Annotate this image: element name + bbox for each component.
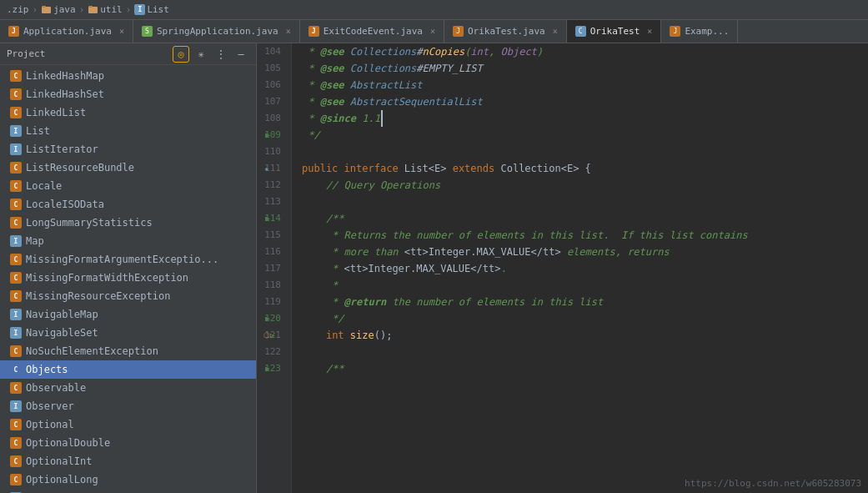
class-icon: C <box>10 455 22 467</box>
line-num-106: 106 <box>263 77 284 93</box>
sidebar-item-navigablemap[interactable]: I NavigableMap <box>0 305 256 324</box>
tab-exitcode[interactable]: J ExitCodeEvent.java × <box>300 20 444 43</box>
tab-label-orikatest: OrikaTest.java <box>468 26 545 37</box>
svg-rect-3 <box>88 6 93 8</box>
tab-spring-application[interactable]: S SpringApplication.java × <box>133 20 300 43</box>
sidebar-item-linkedlist[interactable]: C LinkedList <box>0 103 256 122</box>
code-line-111: public interface List<E> extends Collect… <box>295 160 865 177</box>
target-icon-btn[interactable]: ◎ <box>173 46 189 63</box>
item-label: Observable <box>26 382 86 394</box>
sidebar-item-linkedhashset[interactable]: C LinkedHashSet <box>0 85 256 103</box>
code-line-104: * @see Collections#nCopies(int, Object) <box>295 43 865 60</box>
class-icon: C <box>10 474 22 485</box>
tab-close-2[interactable]: × <box>286 27 291 36</box>
class-icon: C <box>10 382 22 394</box>
sidebar-item-listresourcebundle[interactable]: C ListResourceBundle <box>0 158 256 177</box>
tab-close-4[interactable]: × <box>553 27 558 36</box>
java-icon-tab4: J <box>453 26 464 37</box>
main-layout: Project ◎ ✳ ⋮ — C LinkedHashMap C Linked… <box>0 43 868 493</box>
class-icon: C <box>10 419 22 430</box>
line-num-121: ⬡ ▷121 <box>263 327 284 344</box>
sidebar-item-primitiveiterator[interactable]: I PrimitiveIterator <box>0 489 256 493</box>
sidebar-item-locale[interactable]: C Locale <box>0 177 256 195</box>
tab-bar: J Application.java × S SpringApplication… <box>0 20 868 43</box>
tab-label-orikatest-active: OrikaTest <box>590 26 640 37</box>
java-icon-tab1: J <box>8 26 19 37</box>
sidebar-item-list[interactable]: I List <box>0 122 256 140</box>
sidebar-item-optionalint[interactable]: C OptionalInt <box>0 452 256 470</box>
code-line-114: /** <box>295 210 865 227</box>
minimize-icon-btn[interactable]: — <box>233 46 249 63</box>
code-line-120: */ <box>295 310 865 327</box>
line-num-110: 110 <box>263 143 284 160</box>
code-view[interactable]: 104 105 106 107 108 ▶109 110 ★111 112 11… <box>257 43 868 493</box>
tab-close-5[interactable]: × <box>647 27 652 36</box>
sidebar-item-missingformatwidth[interactable]: C MissingFormatWidthException <box>0 269 256 287</box>
code-line-122 <box>295 344 865 360</box>
sidebar-item-nosuchelement[interactable]: C NoSuchElementException <box>0 342 256 360</box>
code-line-123: /** <box>295 360 865 377</box>
sidebar-item-optionaldouble[interactable]: C OptionalDouble <box>0 434 256 452</box>
code-line-118: * <box>295 277 865 294</box>
sidebar-title: Project <box>7 48 169 59</box>
sidebar-item-observable[interactable]: C Observable <box>0 379 256 397</box>
breadcrumb-folder-java[interactable]: java <box>41 4 76 15</box>
class-icon: C <box>10 162 22 174</box>
sidebar-item-optional[interactable]: C Optional <box>0 415 256 434</box>
line-num-104: 104 <box>263 43 284 60</box>
item-label: NoSuchElementException <box>26 345 158 357</box>
tab-label-example: Examp... <box>685 26 729 37</box>
tab-close-1[interactable]: × <box>119 27 124 36</box>
item-label: LinkedHashMap <box>26 70 104 82</box>
breadcrumb-folder-util[interactable]: util <box>88 4 123 15</box>
tab-example[interactable]: J Examp... <box>661 20 738 43</box>
item-label: NavigableSet <box>26 327 98 339</box>
tab-label-spring: SpringApplication.java <box>157 26 278 37</box>
settings-icon-btn[interactable]: ✳ <box>193 46 209 63</box>
breadcrumb-bar: .zip › java › util › I List <box>0 0 868 20</box>
class-icon: C <box>10 254 22 265</box>
breadcrumb-zip[interactable]: .zip <box>7 4 29 15</box>
sidebar-item-map[interactable]: I Map <box>0 232 256 250</box>
sidebar-item-missingformatarg[interactable]: C MissingFormatArgumentExceptio... <box>0 250 256 269</box>
tab-orikatest-active[interactable]: C OrikaTest × <box>567 20 662 43</box>
line-num-118: 118 <box>263 277 284 294</box>
interface-icon-breadcrumb: I <box>134 4 145 15</box>
sidebar-item-listiterator[interactable]: I ListIterator <box>0 140 256 158</box>
editor-area: 104 105 106 107 108 ▶109 110 ★111 112 11… <box>257 43 868 493</box>
sidebar-item-optionallong[interactable]: C OptionalLong <box>0 470 256 489</box>
sidebar-item-missingresource[interactable]: C MissingResourceException <box>0 287 256 305</box>
tab-orikatest[interactable]: J OrikaTest.java × <box>444 20 567 43</box>
item-label: MissingFormatArgumentExceptio... <box>26 254 218 265</box>
class-icon: C <box>10 364 22 375</box>
code-line-106: * @see AbstractList <box>295 77 865 93</box>
item-label: OptionalInt <box>26 455 92 467</box>
sidebar-item-longsummary[interactable]: C LongSummaryStatistics <box>0 214 256 232</box>
breadcrumb-list[interactable]: I List <box>134 4 169 15</box>
line-num-120: ▶120 <box>263 310 284 327</box>
options-icon-btn[interactable]: ⋮ <box>213 46 229 63</box>
sidebar-item-navigableset[interactable]: I NavigableSet <box>0 324 256 342</box>
breadcrumb-sep-2: › <box>79 4 85 15</box>
code-line-116: * more than <tt>Integer.MAX_VALUE</tt> e… <box>295 244 865 260</box>
code-lines[interactable]: * @see Collections#nCopies(int, Object) … <box>292 43 868 493</box>
tab-label-exitcode: ExitCodeEvent.java <box>324 26 423 37</box>
breadcrumb-sep-3: › <box>126 4 132 15</box>
item-label: ListResourceBundle <box>26 162 134 174</box>
code-line-112: // Query Operations <box>295 177 865 194</box>
line-num-117: 117 <box>263 260 284 277</box>
sidebar-item-linkedhashmap[interactable]: C LinkedHashMap <box>0 67 256 85</box>
sidebar-item-localisodata[interactable]: C LocaleISOData <box>0 195 256 214</box>
svg-rect-0 <box>42 7 51 13</box>
breadcrumb-sep-1: › <box>33 4 38 15</box>
code-line-109: */ <box>295 127 865 143</box>
item-label: MissingFormatWidthException <box>26 272 188 284</box>
sidebar-item-observer[interactable]: I Observer <box>0 397 256 415</box>
sidebar-item-objects[interactable]: C Objects <box>0 360 256 379</box>
tab-application-java[interactable]: J Application.java × <box>0 20 133 43</box>
tab-close-3[interactable]: × <box>430 27 435 36</box>
java-icon-tab3: J <box>309 26 319 37</box>
item-label: LinkedHashSet <box>26 88 104 100</box>
class-icon: C <box>10 88 22 100</box>
folder-icon-2 <box>88 4 98 15</box>
